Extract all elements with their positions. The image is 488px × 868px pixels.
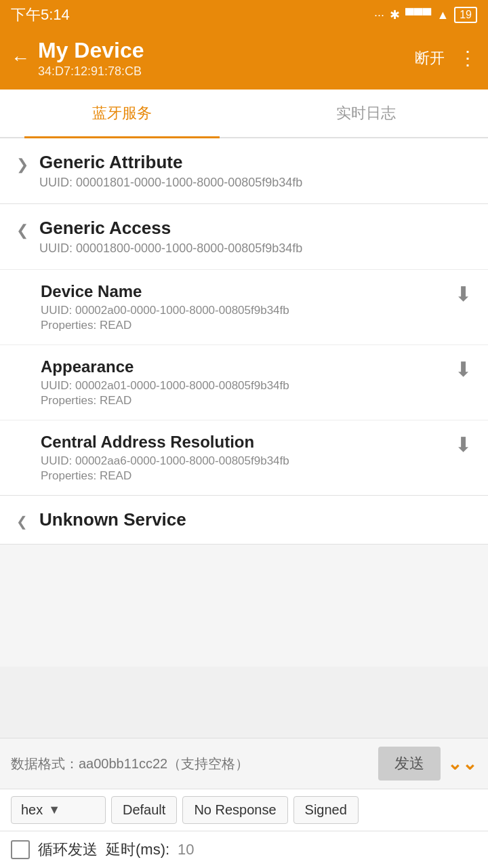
send-row: 发送 ⌄⌄ <box>0 738 488 789</box>
content-area: ❯ Generic Attribute UUID: 00001801-0000-… <box>0 138 488 667</box>
char-device-name-uuid: UUID: 00002a00-0000-1000-8000-00805f9b34… <box>41 304 289 317</box>
char-central-address-title: Central Address Resolution <box>41 433 289 452</box>
service-generic-attribute-name: Generic Attribute <box>39 152 302 173</box>
status-icons: ··· ✱ ▀▀▀ ▲ 19 <box>374 7 477 23</box>
device-name-title: My Device <box>38 38 415 63</box>
service-generic-access-uuid: UUID: 00001800-0000-1000-8000-00805f9b34… <box>39 241 302 256</box>
loop-row: 循环发送 延时(ms): 10 <box>0 831 488 868</box>
data-input[interactable] <box>11 753 371 774</box>
service-unknown-header[interactable]: ❮ Unknown Service <box>0 496 488 544</box>
service-generic-access: ❮ Generic Access UUID: 00001800-0000-100… <box>0 204 488 496</box>
char-central-address-read-button[interactable]: ⬇ <box>455 433 472 456</box>
char-central-address-uuid: UUID: 00002aa6-0000-1000-8000-00805f9b34… <box>41 454 289 468</box>
char-device-name-title: Device Name <box>41 282 289 301</box>
signal-dots-icon: ··· <box>374 8 384 22</box>
default-button[interactable]: Default <box>111 796 177 824</box>
format-chevron-icon: ▼ <box>48 803 60 817</box>
delay-value[interactable]: 10 <box>178 841 194 859</box>
app-bar: ← My Device 34:D7:12:91:78:CB 断开 ⋮ <box>0 30 488 90</box>
battery-icon: 19 <box>454 7 477 23</box>
char-appearance: Appearance UUID: 00002a01-0000-1000-8000… <box>0 344 488 420</box>
title-block: My Device 34:D7:12:91:78:CB <box>38 38 415 79</box>
signed-button[interactable]: Signed <box>293 796 359 824</box>
bluetooth-icon: ✱ <box>390 7 400 22</box>
send-button[interactable]: 发送 <box>378 747 441 781</box>
tab-bluetooth[interactable]: 蓝牙服务 <box>0 90 244 137</box>
status-bar: 下午5:14 ··· ✱ ▀▀▀ ▲ 19 <box>0 0 488 30</box>
service-unknown-name: Unknown Service <box>39 509 186 530</box>
wifi-icon: ▲ <box>436 8 449 22</box>
more-menu-button[interactable]: ⋮ <box>458 49 477 68</box>
service-generic-attribute-uuid: UUID: 00001801-0000-1000-8000-00805f9b34… <box>39 176 302 190</box>
tab-log[interactable]: 实时日志 <box>244 90 488 137</box>
char-appearance-props: Properties: READ <box>41 394 289 408</box>
disconnect-button[interactable]: 断开 <box>415 48 445 68</box>
char-appearance-uuid: UUID: 00002a01-0000-1000-8000-00805f9b34… <box>41 379 289 393</box>
bottom-panel: 发送 ⌄⌄ hex ▼ Default No Response Signed 循… <box>0 738 488 868</box>
char-device-name: Device Name UUID: 00002a00-0000-1000-800… <box>0 269 488 344</box>
chevron-down-icon-2: ❮ <box>16 513 30 530</box>
header-actions: 断开 ⋮ <box>415 48 477 68</box>
delay-label: 延时(ms): <box>106 840 169 860</box>
service-generic-attribute: ❯ Generic Attribute UUID: 00001801-0000-… <box>0 138 488 204</box>
no-response-button[interactable]: No Response <box>182 796 287 824</box>
loop-label: 循环发送 <box>38 840 98 860</box>
char-device-name-read-button[interactable]: ⬇ <box>455 282 472 306</box>
tab-bar: 蓝牙服务 实时日志 <box>0 90 488 138</box>
service-generic-attribute-header[interactable]: ❯ Generic Attribute UUID: 00001801-0000-… <box>0 138 488 203</box>
service-generic-access-header[interactable]: ❮ Generic Access UUID: 00001800-0000-100… <box>0 204 488 269</box>
service-generic-access-name: Generic Access <box>39 218 302 239</box>
expand-panel-button[interactable]: ⌄⌄ <box>447 755 477 772</box>
chevron-right-icon: ❯ <box>16 156 30 174</box>
char-central-address-props: Properties: READ <box>41 469 289 483</box>
loop-checkbox[interactable] <box>11 840 30 859</box>
char-device-name-props: Properties: READ <box>41 319 289 332</box>
status-time: 下午5:14 <box>11 5 70 25</box>
service-unknown: ❮ Unknown Service <box>0 496 488 545</box>
char-appearance-read-button[interactable]: ⬇ <box>455 357 472 381</box>
char-appearance-title: Appearance <box>41 357 289 376</box>
char-central-address: Central Address Resolution UUID: 00002aa… <box>0 420 488 495</box>
cell-signal-icon: ▀▀▀ <box>405 8 431 22</box>
mac-address: 34:D7:12:91:78:CB <box>38 64 415 79</box>
chevron-down-icon: ❮ <box>16 222 30 239</box>
back-button[interactable]: ← <box>11 45 38 72</box>
format-row: hex ▼ Default No Response Signed <box>0 789 488 831</box>
format-selector[interactable]: hex ▼ <box>11 796 106 824</box>
